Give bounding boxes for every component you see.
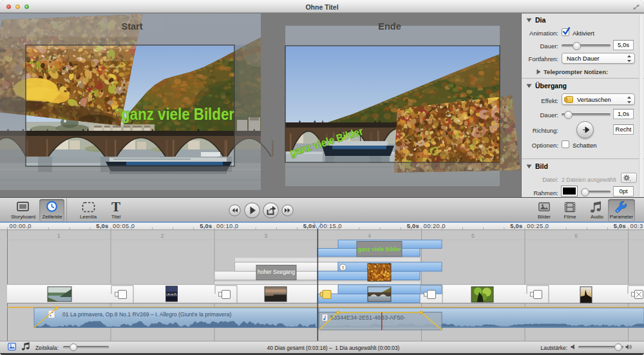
svg-text:5,0s: 5,0s: [407, 223, 419, 229]
svg-text:53344E34-2E51-46B3-AF50-: 53344E34-2E51-46B3-AF50-: [330, 314, 406, 321]
svg-text:!: !: [342, 265, 344, 271]
svg-text:hoher Seegang: hoher Seegang: [258, 269, 295, 275]
svg-text:5,0s: 5,0s: [303, 223, 316, 229]
svg-text:4: 4: [368, 233, 371, 239]
svg-text:00:25.0: 00:25.0: [527, 223, 549, 229]
svg-text:5,0s: 5,0s: [614, 223, 626, 229]
svg-text:3: 3: [264, 233, 267, 239]
svg-text:5: 5: [471, 233, 475, 239]
svg-text:2: 2: [160, 233, 164, 239]
svg-text:00:3: 00:3: [630, 223, 643, 229]
svg-text:00:20.0: 00:20.0: [424, 223, 446, 229]
svg-text:5,0s: 5,0s: [96, 223, 108, 229]
svg-text:01 La primavera, Op.8 No.1 RV2: 01 La primavera, Op.8 No.1 RV269 – I. Al…: [62, 311, 231, 318]
svg-text:Start: Start: [121, 21, 142, 32]
svg-text:ganz viele Bilder: ganz viele Bilder: [357, 246, 401, 253]
svg-text:00:15.0: 00:15.0: [320, 223, 343, 229]
svg-text:5,0s: 5,0s: [510, 223, 522, 229]
svg-text:00:10.0: 00:10.0: [216, 223, 239, 229]
svg-text:6: 6: [574, 233, 578, 239]
svg-text:00:05.0: 00:05.0: [113, 223, 135, 229]
svg-text:1: 1: [57, 233, 61, 239]
svg-text:5,0s: 5,0s: [200, 223, 212, 229]
svg-text:Ende: Ende: [378, 21, 401, 32]
svg-text:00:00.0: 00:00.0: [10, 223, 32, 229]
svg-text:ganz viele Bilder: ganz viele Bilder: [121, 105, 234, 123]
